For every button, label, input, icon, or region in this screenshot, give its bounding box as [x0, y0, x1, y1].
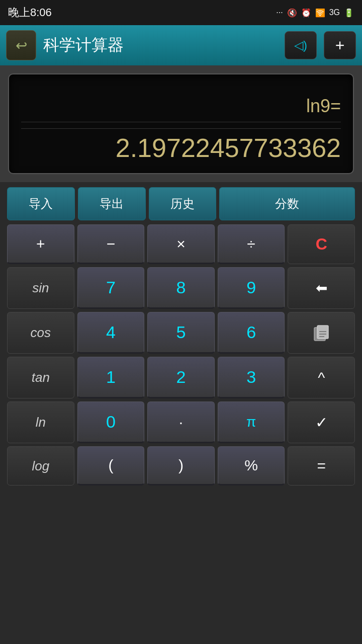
add-button[interactable]: +: [324, 31, 356, 59]
seven-key[interactable]: 7: [77, 267, 145, 309]
signal-dots-icon: ···: [276, 8, 283, 17]
lparen-key[interactable]: (: [77, 446, 145, 486]
mute-icon: 🔇: [287, 8, 297, 18]
cos-key[interactable]: cos: [7, 312, 74, 354]
alarm-icon: ⏰: [301, 8, 311, 18]
sin-key[interactable]: sin: [7, 267, 74, 309]
title-bar: ↩ 科学计算器 ◁) +: [0, 25, 362, 65]
sound-button[interactable]: ◁): [285, 31, 317, 59]
back-button[interactable]: ↩: [6, 30, 36, 60]
ln-key[interactable]: ln: [7, 401, 74, 443]
log-key[interactable]: log: [7, 446, 74, 486]
status-bar: 晚上8:06 ··· 🔇 ⏰ 🛜 3G 🔋: [0, 0, 362, 25]
clipboard-key[interactable]: [288, 312, 355, 354]
history-button[interactable]: 历史: [149, 187, 217, 220]
fraction-button[interactable]: 分数: [219, 187, 355, 220]
clear-key[interactable]: C: [288, 224, 355, 264]
plus-key[interactable]: +: [7, 224, 74, 264]
pi-key[interactable]: π: [218, 401, 285, 443]
app-title: 科学计算器: [43, 34, 278, 56]
percent-key[interactable]: %: [218, 446, 285, 486]
equals-key[interactable]: =: [288, 446, 355, 486]
back-icon: ↩: [16, 37, 27, 54]
backspace-key[interactable]: ⬅: [288, 267, 355, 309]
display-screen: ln9= 2.19722457733362: [8, 73, 354, 174]
check-key[interactable]: ✓: [288, 401, 355, 443]
wifi-icon: 🛜: [315, 8, 325, 18]
top-row: 导入 导出 历史 分数: [7, 187, 355, 220]
expression: ln9=: [21, 96, 341, 122]
six-key[interactable]: 6: [218, 312, 285, 354]
dot-key[interactable]: ·: [147, 401, 215, 443]
multiply-key[interactable]: ×: [147, 224, 215, 264]
power-key[interactable]: ^: [288, 357, 355, 398]
rparen-key[interactable]: ): [147, 446, 215, 486]
tan-key[interactable]: tan: [7, 357, 74, 398]
status-time: 晚上8:06: [8, 5, 52, 20]
add-icon: +: [335, 36, 345, 55]
divide-key[interactable]: ÷: [218, 224, 285, 264]
key-grid: + − × ÷ C sin 7 8 9 ⬅ cos 4 5 6 tan 1 2 …: [7, 224, 355, 486]
keypad-area: 导入 导出 历史 分数 + − × ÷ C sin 7 8 9 ⬅ cos 4 …: [0, 182, 362, 491]
battery-icon: 🔋: [344, 8, 354, 18]
nine-key[interactable]: 9: [218, 267, 285, 309]
result: 2.19722457733362: [21, 128, 341, 163]
sound-icon: ◁): [294, 38, 307, 52]
import-button[interactable]: 导入: [7, 187, 75, 220]
export-button[interactable]: 导出: [78, 187, 146, 220]
two-key[interactable]: 2: [147, 357, 215, 398]
eight-key[interactable]: 8: [147, 267, 215, 309]
one-key[interactable]: 1: [77, 357, 145, 398]
four-key[interactable]: 4: [77, 312, 145, 354]
display-container: ln9= 2.19722457733362: [0, 65, 362, 182]
cellular-icon: 3G: [329, 8, 340, 17]
status-icons: ··· 🔇 ⏰ 🛜 3G 🔋: [276, 8, 354, 18]
three-key[interactable]: 3: [218, 357, 285, 398]
minus-key[interactable]: −: [77, 224, 145, 264]
five-key[interactable]: 5: [147, 312, 215, 354]
zero-key[interactable]: 0: [77, 401, 145, 443]
